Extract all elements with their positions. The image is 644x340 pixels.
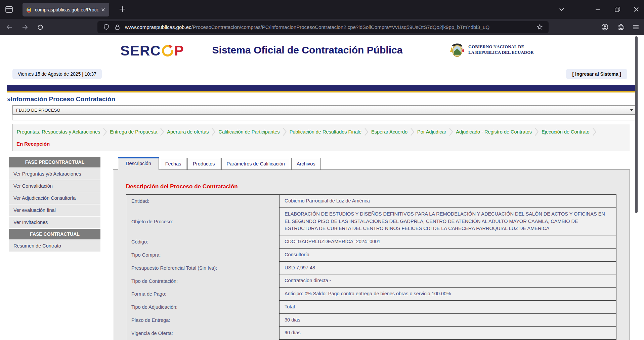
- tab-parametros[interactable]: Parámetros de Calificación: [221, 158, 290, 169]
- row-value: Contratacion directa -: [280, 274, 616, 288]
- main-area: FASE PRECONTRACTUAL Ver Preguntas y/ó Ac…: [0, 157, 644, 340]
- process-flow-select[interactable]: FLUJO DE PROCESO: [12, 105, 637, 115]
- table-row-entidad: Entidad: Gobierno Parroquial de Luz de A…: [126, 195, 616, 208]
- sidebar-header-contractual: FASE CONTRACTUAL: [9, 229, 100, 240]
- lock-icon[interactable]: [114, 24, 121, 31]
- flow-step-por-adjudicar[interactable]: Por Adjudicar: [415, 129, 449, 135]
- table-row-tipo-contratacion: Tipo de Contratación: Contratacion direc…: [126, 274, 616, 288]
- gov-line1: GOBIERNO NACIONAL DE: [468, 44, 534, 50]
- flow-step-calificacion[interactable]: Calificación de Participantes: [216, 129, 282, 135]
- url-path: /ProcesoContratacion/compras/PC/informac…: [191, 24, 490, 30]
- minimize-window-icon[interactable]: [594, 5, 602, 13]
- sercop-logo-text-ser: SER: [120, 44, 150, 58]
- row-value: ELABORACIÓN DE ESTUDIOS Y DISEÑOS DEFINI…: [280, 208, 616, 235]
- tab-fechas[interactable]: Fechas: [160, 158, 187, 169]
- sidebar-item-ver-convalidacion[interactable]: Ver Convalidación: [9, 180, 100, 192]
- site-favicon-icon: [26, 7, 32, 13]
- process-flow-box: Preguntas, Respuestas y Aclaraciones Ent…: [12, 124, 630, 151]
- sercop-logo-text-p: P: [174, 44, 184, 58]
- government-logo: GOBIERNO NACIONAL DE LA REPUBLICA DEL EC…: [449, 40, 534, 59]
- chevron-separator-icon: [211, 127, 216, 137]
- chevron-separator-icon: [283, 127, 287, 137]
- browser-tab[interactable]: compraspublicas.gob.ec/Proces: [23, 3, 109, 16]
- table-row-objeto: Objeto de Proceso: ELABORACIÓN DE ESTUDI…: [126, 208, 616, 235]
- process-flow-select-label: FLUJO DE PROCESO: [16, 108, 60, 113]
- account-icon[interactable]: [601, 23, 609, 31]
- chevron-separator-icon: [410, 127, 415, 137]
- restore-window-icon[interactable]: [613, 5, 621, 13]
- table-row-plazo: Plazo de Entrega: 30 dias: [126, 314, 616, 327]
- tab-archivos[interactable]: Archivos: [291, 158, 321, 169]
- tracking-shield-icon[interactable]: [103, 24, 110, 31]
- flow-step-adjudicado[interactable]: Adjudicado - Registro de Contratos: [453, 129, 534, 135]
- row-label: Tipo de Contratación:: [126, 274, 280, 288]
- detail-table: Entidad: Gobierno Parroquial de Luz de A…: [126, 194, 616, 340]
- menu-hamburger-icon[interactable]: [632, 23, 640, 31]
- firefox-view-icon[interactable]: [5, 5, 13, 14]
- flow-step-publicacion[interactable]: Publicación de Resultados Finale: [287, 129, 364, 135]
- new-tab-button[interactable]: [118, 4, 127, 14]
- row-value: 30 dias: [280, 314, 616, 327]
- url-host: www.compraspublicas.gob.ec: [125, 24, 191, 30]
- sidebar-item-ver-adjudicacion[interactable]: Ver Adjudicación Consultoría: [9, 192, 100, 204]
- sercop-logo: SERC P: [120, 44, 184, 58]
- site-header: SERC P Sistema Oficial de Contratación P…: [0, 35, 644, 68]
- sidebar-header-precontractual: FASE PRECONTRACTUAL: [9, 157, 100, 168]
- table-row-presupuesto: Presupuesto Referencial Total (Sin Iva):…: [126, 262, 616, 275]
- datetime-display: Viernes 15 de Agosto de 2025 | 10:37: [12, 69, 102, 79]
- flow-step-ejecucion[interactable]: Ejecución de Contrato: [539, 129, 592, 135]
- forward-button-icon[interactable]: [21, 23, 29, 31]
- sidebar-item-resumen-contrato[interactable]: Resumen de Contrato: [9, 240, 100, 252]
- government-logo-text: GOBIERNO NACIONAL DE LA REPUBLICA DEL EC…: [468, 44, 534, 55]
- sidebar: FASE PRECONTRACTUAL Ver Preguntas y/ó Ac…: [9, 157, 100, 252]
- row-value: Anticipo: 0% Saldo: Pago contra entrega …: [280, 288, 616, 301]
- login-button[interactable]: [ Ingresar al Sistema ]: [566, 69, 627, 79]
- ecuador-coat-of-arms-icon: [449, 40, 465, 59]
- table-row-vigencia: Vigencia de Oferta: 90 días: [126, 327, 616, 340]
- flow-step-entrega[interactable]: Entrega de Propuesta: [107, 129, 160, 135]
- table-row-tipo-adjudicacion: Tipo de Adjudicación: Total: [126, 301, 616, 314]
- tab-title: compraspublicas.gob.ec/Proces: [35, 7, 98, 12]
- close-window-icon[interactable]: [632, 5, 640, 13]
- site-title: Sistema Oficial de Contratación Pública: [212, 44, 403, 56]
- row-label: Tipo Compra:: [126, 249, 280, 262]
- flow-step-apertura[interactable]: Apertura de ofertas: [164, 129, 211, 135]
- row-value: Consultoría: [280, 249, 616, 262]
- chevron-separator-icon: [592, 127, 597, 137]
- flow-step-esperar-acuerdo[interactable]: Esperar Acuerdo: [369, 129, 410, 135]
- tab-close-icon[interactable]: [100, 7, 106, 12]
- row-label: Entidad:: [126, 195, 280, 208]
- gov-line2: LA REPUBLICA DEL ECUADOR: [468, 50, 534, 55]
- row-label: Tipo de Adjudicación:: [126, 301, 280, 314]
- page-scrollbar[interactable]: [635, 36, 638, 213]
- table-row-tipo-compra: Tipo Compra: Consultoría: [126, 249, 616, 262]
- sercop-logo-text-c: C: [150, 44, 161, 58]
- sidebar-item-ver-evaluacion[interactable]: Ver evaluación final: [9, 204, 100, 217]
- extensions-icon[interactable]: [617, 23, 625, 31]
- date-login-row: Viernes 15 de Agosto de 2025 | 10:37 [ I…: [0, 68, 644, 80]
- tab-bar: Descripción Fechas Productos Parámetros …: [113, 157, 630, 169]
- select-dropdown-arrow-icon: [630, 109, 633, 111]
- tab-panel: Descripción del Proceso de Contratación …: [113, 169, 630, 340]
- page-content: SERC P Sistema Oficial de Contratación P…: [0, 35, 644, 340]
- url-bar[interactable]: www.compraspublicas.gob.ec/ProcesoContra…: [97, 21, 549, 33]
- row-value: USD 7,997.48: [280, 262, 616, 275]
- reload-button-icon[interactable]: [36, 23, 44, 31]
- row-label: Presupuesto Referencial Total (Sin Iva):: [126, 262, 280, 275]
- table-row-codigo: Código: CDC–GADPRLUZDEAMERICA–2024–0001: [126, 235, 616, 249]
- back-button-icon[interactable]: [5, 23, 13, 31]
- detail-title: Descripción del Proceso de Contratación: [126, 183, 630, 190]
- tab-descripcion[interactable]: Descripción: [118, 157, 159, 170]
- flow-step-preguntas[interactable]: Preguntas, Respuestas y Aclaraciones: [14, 129, 103, 135]
- row-label: Vigencia de Oferta:: [126, 327, 280, 340]
- url-text[interactable]: www.compraspublicas.gob.ec/ProcesoContra…: [125, 24, 534, 30]
- tab-productos[interactable]: Productos: [187, 158, 220, 169]
- sidebar-item-ver-preguntas[interactable]: Ver Preguntas y/ó Aclaraciones: [9, 168, 100, 180]
- content-area: Descripción Fechas Productos Parámetros …: [113, 157, 630, 340]
- row-label: Plazo de Entrega:: [126, 314, 280, 327]
- bookmark-star-icon[interactable]: [536, 24, 543, 31]
- process-status: En Recepción: [13, 138, 630, 151]
- sidebar-item-ver-invitaciones[interactable]: Ver Invitaciones: [9, 217, 100, 229]
- row-value: CDC–GADPRLUZDEAMERICA–2024–0001: [280, 235, 616, 249]
- list-all-tabs-icon[interactable]: [558, 5, 566, 13]
